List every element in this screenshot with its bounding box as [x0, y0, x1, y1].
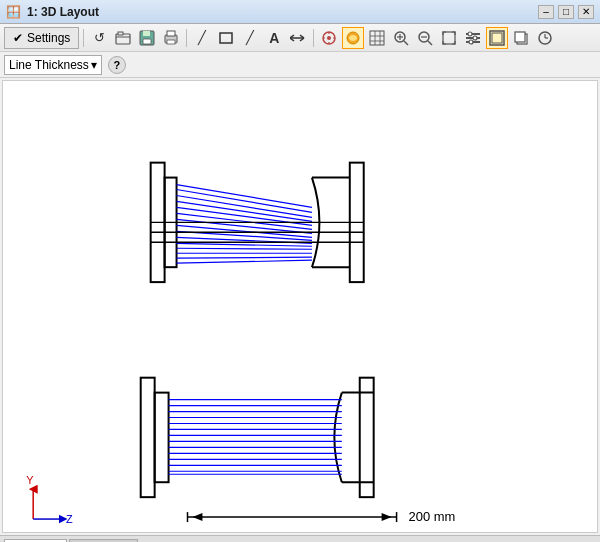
zoom-out-button[interactable] — [414, 27, 436, 49]
window-icon: 🪟 — [6, 5, 21, 19]
toolbar-separator-2 — [186, 29, 187, 47]
toolbar: ✔ Settings ↺ ╱ ╱ A — [0, 24, 600, 52]
settings2-button[interactable] — [462, 27, 484, 49]
text-button[interactable]: A — [263, 27, 285, 49]
print-button[interactable] — [160, 27, 182, 49]
svg-rect-47 — [3, 81, 596, 532]
maximize-button[interactable]: □ — [558, 5, 574, 19]
zoom-in-button[interactable] — [390, 27, 412, 49]
save-button[interactable] — [136, 27, 158, 49]
svg-text:Z: Z — [66, 513, 73, 525]
line-thickness-bar: Line Thickness ▾ ? — [0, 52, 600, 78]
title-bar-controls: – □ ✕ — [538, 5, 594, 19]
svg-rect-8 — [220, 33, 232, 43]
window-title: 1: 3D Layout — [27, 5, 99, 19]
settings-check-icon: ✔ — [13, 31, 23, 45]
settings-label: Settings — [27, 31, 70, 45]
svg-point-38 — [473, 36, 477, 40]
fit-button[interactable] — [438, 27, 460, 49]
svg-line-27 — [404, 41, 408, 45]
help-label: ? — [113, 59, 120, 71]
minimize-button[interactable]: – — [538, 5, 554, 19]
toolbar-separator-3 — [313, 29, 314, 47]
help-button[interactable]: ? — [108, 56, 126, 74]
render-button[interactable] — [342, 27, 364, 49]
bottom-tabs: Graph Classic — [0, 535, 600, 542]
diagram-svg: 200 mm Y Z — [3, 81, 597, 532]
draw-rect-button[interactable] — [215, 27, 237, 49]
svg-rect-21 — [370, 31, 384, 45]
refresh-button[interactable]: ↺ — [88, 27, 110, 49]
svg-point-37 — [468, 32, 472, 36]
svg-rect-3 — [143, 31, 150, 36]
line-thickness-dropdown[interactable]: Line Thickness ▾ — [4, 55, 102, 75]
clock-button[interactable] — [534, 27, 556, 49]
svg-rect-43 — [515, 32, 525, 42]
svg-text:200 mm: 200 mm — [409, 509, 456, 524]
toolbar-separator-1 — [83, 29, 84, 47]
svg-rect-33 — [443, 32, 455, 44]
draw-curve-button[interactable]: ╱ — [239, 27, 261, 49]
svg-rect-7 — [167, 40, 175, 44]
svg-point-39 — [469, 40, 473, 44]
svg-text:Y: Y — [26, 474, 34, 486]
svg-point-15 — [327, 36, 331, 40]
svg-rect-6 — [167, 31, 175, 36]
canvas-area[interactable]: 200 mm Y Z — [2, 80, 598, 533]
arrow-button[interactable] — [287, 27, 309, 49]
settings-button[interactable]: ✔ Settings — [4, 27, 79, 49]
grid-button[interactable] — [366, 27, 388, 49]
line-thickness-label: Line Thickness — [9, 58, 89, 72]
draw-line-button[interactable]: ╱ — [191, 27, 213, 49]
dropdown-arrow-icon: ▾ — [91, 58, 97, 72]
target-button[interactable] — [318, 27, 340, 49]
svg-line-31 — [428, 41, 432, 45]
close-button[interactable]: ✕ — [578, 5, 594, 19]
svg-rect-41 — [492, 33, 502, 43]
title-bar: 🪟 1: 3D Layout – □ ✕ — [0, 0, 600, 24]
title-bar-left: 🪟 1: 3D Layout — [6, 5, 99, 19]
frame-button[interactable] — [486, 27, 508, 49]
copy-button[interactable] — [510, 27, 532, 49]
svg-rect-4 — [143, 39, 151, 44]
svg-rect-1 — [118, 32, 123, 35]
open-button[interactable] — [112, 27, 134, 49]
